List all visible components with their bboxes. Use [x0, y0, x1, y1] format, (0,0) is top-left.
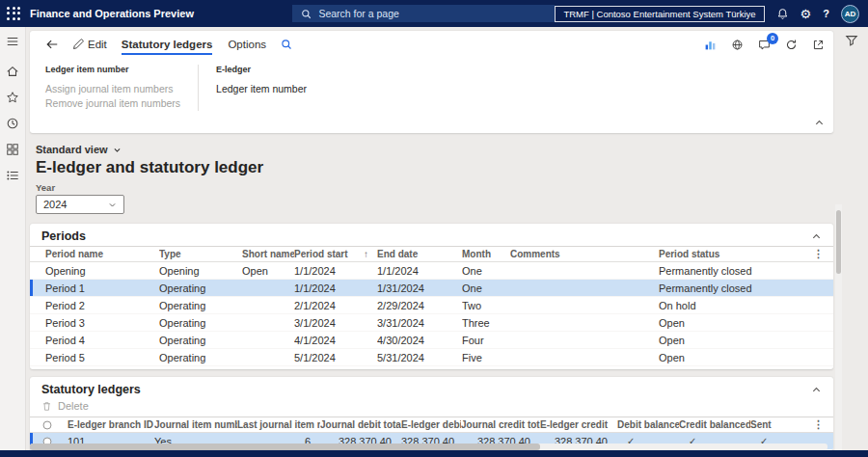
- messages-icon[interactable]: 0: [758, 39, 771, 51]
- topbar-right: TRMF | Contoso Entertainment System Türk…: [555, 5, 868, 23]
- col-journal-credit-total[interactable]: Journal credit total: [461, 419, 540, 430]
- ribbon-group-title: Ledger item number: [45, 65, 180, 74]
- delete-button[interactable]: Delete: [58, 400, 89, 412]
- top-navigation-bar: Finance and Operations Preview Search fo…: [0, 0, 868, 27]
- periods-grid-header: Period name Type Short name Period start…: [30, 246, 833, 262]
- period-row-1-selected[interactable]: Period 1 Operating 1/1/2024 1/31/2024 On…: [30, 280, 833, 297]
- favorites-star-icon[interactable]: [6, 91, 19, 104]
- year-dropdown[interactable]: 2024: [36, 195, 124, 214]
- col-comments[interactable]: Comments: [510, 249, 659, 259]
- col-journal-item-numbered[interactable]: Journal item numbered: [154, 419, 237, 430]
- period-row-5[interactable]: Period 5 Operating 5/1/2024 5/31/2024 Fi…: [30, 349, 833, 366]
- col-credit-balanced[interactable]: Credit balanced: [679, 419, 750, 430]
- refresh-icon[interactable]: [785, 39, 798, 51]
- action-pane-ribbon: Ledger item number Assign journal item n…: [30, 58, 833, 111]
- col-eledger-debit[interactable]: E-ledger debit: [401, 419, 461, 430]
- global-search-box[interactable]: Search for a page: [292, 5, 555, 22]
- col-last-journal-item-num[interactable]: Last journal item num...: [237, 419, 320, 430]
- chevron-down-icon: [113, 146, 122, 154]
- globe-icon[interactable]: [731, 39, 744, 51]
- statutory-title: Statutory ledgers: [41, 383, 141, 396]
- horizontal-scrollbar[interactable]: [30, 444, 827, 450]
- action-pane: Edit Statutory ledgers Options: [30, 31, 833, 133]
- grid-more-options-icon[interactable]: ⋮: [795, 418, 833, 431]
- app-window: Finance and Operations Preview Search fo…: [0, 0, 868, 457]
- tab-options[interactable]: Options: [220, 31, 274, 58]
- col-debit-balanced[interactable]: Debit balanced: [617, 419, 679, 430]
- period-row-4[interactable]: Period 4 Operating 4/1/2024 4/30/2024 Fo…: [30, 332, 833, 349]
- period-row-2[interactable]: Period 2 Operating 2/1/2024 2/29/2024 Tw…: [30, 297, 833, 314]
- year-field-label: Year: [36, 182, 833, 193]
- app-title: Finance and Operations Preview: [30, 8, 194, 19]
- period-row-3[interactable]: Period 3 Operating 3/1/2024 3/31/2024 Th…: [30, 314, 833, 332]
- action-pane-collapse-chevron-up-icon[interactable]: [814, 118, 825, 128]
- search-icon: [301, 9, 312, 19]
- page-title: E-ledger and statutory ledger: [36, 158, 833, 177]
- workspaces-list-icon[interactable]: [6, 169, 19, 182]
- grid-more-options-icon[interactable]: ⋮: [812, 248, 833, 260]
- recent-clock-icon[interactable]: [6, 117, 19, 130]
- expand-menu-icon[interactable]: [6, 35, 19, 48]
- vertical-scrollbar-thumb[interactable]: [836, 210, 841, 274]
- delete-trash-icon: [41, 401, 52, 412]
- ribbon-group-title: E-ledger: [216, 65, 307, 74]
- periods-grid: Period name Type Short name Period start…: [30, 246, 833, 366]
- home-icon[interactable]: [6, 65, 19, 78]
- action-pane-right-icons: 0: [704, 39, 825, 51]
- assign-journal-item-numbers-button[interactable]: Assign journal item numbers: [45, 82, 180, 96]
- right-edge-zone: [835, 27, 868, 450]
- action-pane-tab-row: Edit Statutory ledgers Options: [30, 31, 833, 58]
- col-period-status[interactable]: Period status: [659, 249, 812, 259]
- action-search-icon[interactable]: [274, 31, 299, 58]
- year-dropdown-value: 2024: [43, 199, 67, 210]
- edit-button[interactable]: Edit: [66, 31, 114, 58]
- col-sent[interactable]: Sent: [750, 419, 795, 430]
- col-period-start[interactable]: Period start ↑: [294, 249, 377, 259]
- back-button[interactable]: [39, 31, 66, 58]
- statutory-ledgers-section: Statutory ledgers Delete E-ledger branc: [30, 377, 833, 450]
- insights-icon[interactable]: [704, 39, 717, 51]
- remove-journal-item-numbers-button[interactable]: Remove journal item numbers: [45, 96, 180, 111]
- statutory-section-header: Statutory ledgers: [30, 377, 833, 399]
- col-short-name[interactable]: Short name: [242, 249, 294, 259]
- filter-pane-funnel-icon[interactable]: [845, 34, 858, 47]
- horizontal-scrollbar-thumb[interactable]: [30, 444, 540, 450]
- main-content: Edit Statutory ledgers Options: [26, 27, 835, 450]
- vertical-scrollbar[interactable]: [835, 204, 842, 450]
- statutory-collapse-chevron-up-icon[interactable]: [811, 385, 822, 395]
- periods-title: Periods: [41, 229, 86, 243]
- select-all-radio[interactable]: [41, 419, 68, 431]
- user-avatar[interactable]: AD: [841, 5, 859, 23]
- left-navigation-rail: [0, 27, 26, 450]
- environment-button[interactable]: TRMF | Contoso Entertainment System Türk…: [555, 6, 764, 22]
- sort-ascending-icon: ↑: [364, 249, 368, 259]
- col-eledger-branch-id[interactable]: E-ledger branch ID: [68, 419, 154, 430]
- col-end-date[interactable]: End date: [377, 249, 462, 259]
- message-count-badge: 0: [767, 33, 778, 44]
- ribbon-group-e-ledger: E-ledger Ledger item number: [216, 65, 307, 111]
- tab-statutory-ledgers[interactable]: Statutory ledgers: [114, 31, 221, 58]
- search-placeholder: Search for a page: [318, 8, 398, 19]
- pencil-icon: [72, 39, 84, 50]
- col-month[interactable]: Month: [462, 249, 510, 259]
- col-journal-debit-total[interactable]: Journal debit total: [320, 419, 401, 430]
- ledger-item-number-button[interactable]: Ledger item number: [216, 82, 307, 96]
- ribbon-group-ledger-item-number: Ledger item number Assign journal item n…: [45, 65, 180, 111]
- periods-section-header: Periods: [30, 224, 833, 246]
- open-in-new-window-icon[interactable]: [812, 39, 825, 51]
- bottom-frame-bar: [0, 450, 868, 457]
- view-selector[interactable]: Standard view: [36, 144, 833, 155]
- col-period-name[interactable]: Period name: [45, 249, 159, 259]
- notifications-bell-icon[interactable]: [776, 8, 789, 20]
- periods-collapse-chevron-up-icon[interactable]: [811, 231, 822, 242]
- modules-grid-icon[interactable]: [6, 143, 19, 156]
- topbar-left: Finance and Operations Preview: [0, 7, 292, 21]
- app-launcher-waffle-icon[interactable]: [7, 7, 21, 21]
- col-type[interactable]: Type: [159, 249, 242, 259]
- ribbon-group-separator: [198, 65, 199, 111]
- col-eledger-credit[interactable]: E-ledger credit: [540, 419, 617, 430]
- statutory-toolbar: Delete: [30, 399, 833, 417]
- settings-gear-icon[interactable]: ⚙: [800, 8, 812, 20]
- period-row-opening[interactable]: Opening Opening Open 1/1/2024 1/1/2024 O…: [30, 262, 833, 280]
- help-icon[interactable]: ?: [823, 9, 829, 19]
